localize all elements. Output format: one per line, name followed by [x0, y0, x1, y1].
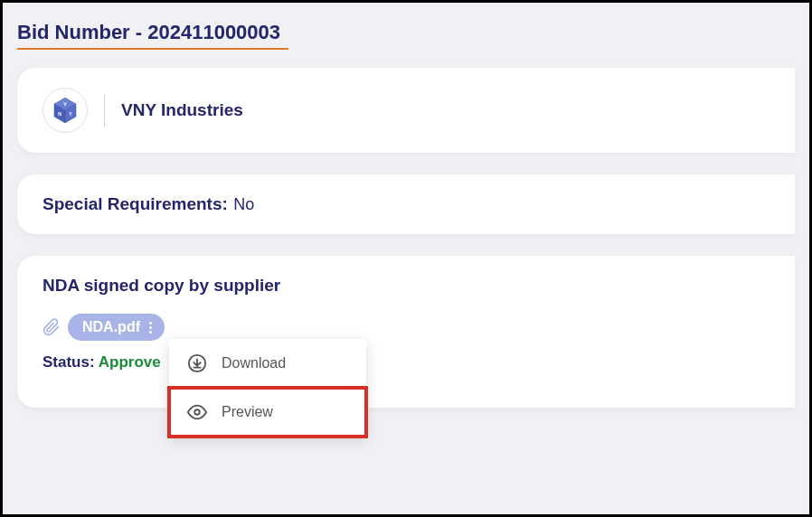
page-title: Bid Number - 202411000003 — [17, 21, 280, 44]
cube-icon: V N Y — [51, 96, 80, 125]
download-icon — [187, 353, 207, 373]
file-name: NDA.pdf — [82, 319, 140, 335]
download-menu-item[interactable]: Download — [169, 339, 366, 388]
status-row: Status: Approve — [42, 353, 770, 371]
file-dropdown-menu: Download Preview — [169, 339, 366, 437]
more-icon[interactable] — [149, 322, 152, 334]
preview-label: Preview — [222, 404, 273, 420]
title-prefix: Bid Number - — [17, 21, 147, 43]
svg-text:N: N — [58, 111, 61, 117]
download-label: Download — [222, 355, 286, 371]
status-value: Approve — [99, 353, 161, 371]
preview-menu-item[interactable]: Preview — [169, 388, 366, 437]
company-logo: V N Y — [42, 88, 88, 133]
company-name: VNY Industries — [121, 100, 243, 120]
nda-title: NDA signed copy by supplier — [42, 276, 770, 296]
file-pill[interactable]: NDA.pdf — [68, 314, 165, 341]
divider — [104, 94, 105, 127]
nda-card: NDA signed copy by supplier NDA.pdf Down… — [17, 256, 795, 408]
svg-point-7 — [194, 409, 200, 415]
special-requirements-value: No — [233, 195, 254, 213]
eye-icon — [187, 402, 207, 422]
bid-number: 202411000003 — [147, 21, 280, 43]
attachment-row: NDA.pdf Download — [42, 314, 770, 341]
company-card: V N Y VNY Industries — [17, 68, 795, 153]
paperclip-icon — [42, 316, 61, 338]
status-label: Status: — [42, 353, 95, 371]
title-underline — [17, 48, 288, 50]
special-requirements-card: Special Requirements: No — [17, 174, 795, 234]
special-requirements-label: Special Requirements: — [42, 194, 228, 213]
